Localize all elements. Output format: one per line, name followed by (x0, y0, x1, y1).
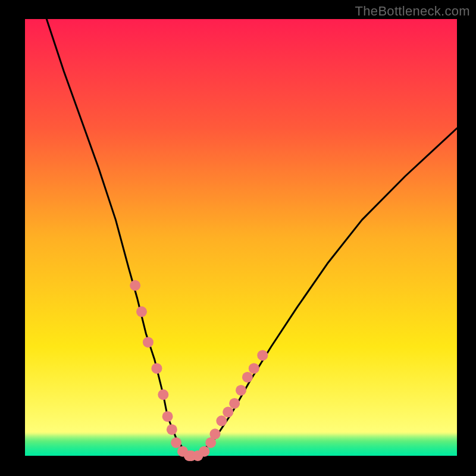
data-marker (242, 372, 253, 383)
data-marker (158, 389, 168, 400)
data-marker (171, 437, 181, 448)
data-marker (143, 337, 154, 347)
data-marker (162, 411, 173, 422)
data-marker (257, 350, 268, 361)
data-marker (216, 415, 227, 426)
chart-frame: TheBottleneck.com (0, 0, 476, 476)
data-marker (229, 398, 240, 409)
plot-area (25, 19, 457, 456)
data-marker (130, 280, 140, 291)
curve-layer (25, 19, 457, 456)
watermark-text: TheBottleneck.com (355, 4, 470, 19)
data-marker (209, 428, 220, 439)
bottleneck-curve-path (46, 19, 457, 456)
data-marker (151, 363, 162, 374)
data-marker (136, 306, 147, 317)
data-marker (236, 385, 246, 396)
data-marker (223, 407, 233, 418)
data-marker (199, 446, 209, 457)
right-branch-dots (205, 350, 268, 448)
trough-dots (177, 446, 209, 461)
left-branch-dots (130, 280, 181, 448)
data-marker (249, 363, 259, 374)
data-marker (167, 424, 177, 435)
